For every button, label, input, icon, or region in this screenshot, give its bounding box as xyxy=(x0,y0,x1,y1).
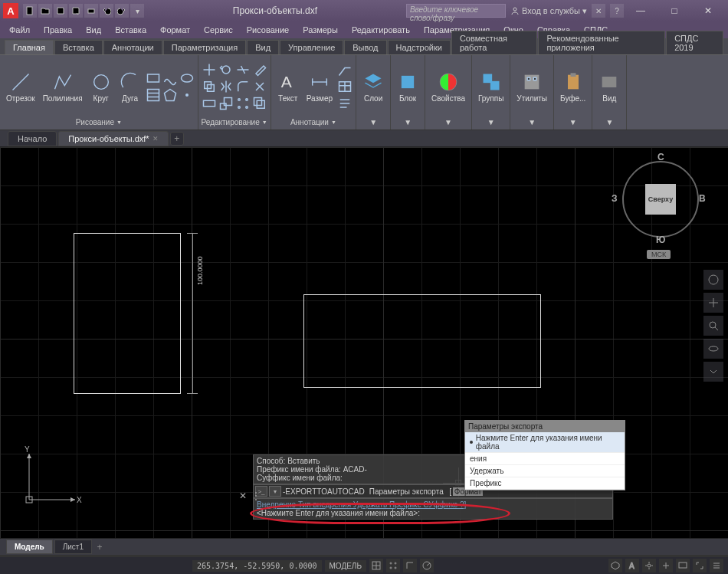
arc-button[interactable]: Дуга xyxy=(116,70,144,104)
qat-redo-icon[interactable] xyxy=(115,4,129,18)
qat-saveas-icon[interactable] xyxy=(69,4,83,18)
status-anno-icon[interactable]: A xyxy=(625,559,639,572)
mirror-icon[interactable] xyxy=(218,79,234,94)
tab-addins[interactable]: Надстройки xyxy=(388,40,451,54)
status-grid-icon[interactable] xyxy=(369,559,383,572)
filetab-start[interactable]: Начало xyxy=(8,131,57,146)
nav-wheel-icon[interactable] xyxy=(703,270,723,290)
login-link[interactable]: Вход в службы ▾ xyxy=(510,6,587,16)
copy-icon[interactable] xyxy=(202,79,217,94)
spline-icon[interactable] xyxy=(162,71,178,86)
move-icon[interactable] xyxy=(202,62,217,77)
viewcube-south[interactable]: Ю xyxy=(656,235,665,245)
status-customize-icon[interactable] xyxy=(710,559,723,572)
ellipse-icon[interactable] xyxy=(179,71,195,86)
menu-dimension[interactable]: Размеры xyxy=(297,24,344,36)
autocomplete-row[interactable]: Удержать xyxy=(465,465,625,477)
viewcube-top-face[interactable]: Сверху xyxy=(645,184,676,215)
props-button[interactable]: Свойства xyxy=(428,70,468,104)
cmd-handle-icon[interactable]: ⋮ xyxy=(251,490,261,501)
tab-view[interactable]: Вид xyxy=(247,40,279,54)
status-iso-icon[interactable] xyxy=(608,559,622,572)
menu-view[interactable]: Вид xyxy=(80,24,107,36)
view-button[interactable]: Вид xyxy=(595,70,623,104)
explode-icon[interactable] xyxy=(252,79,267,94)
menu-modify[interactable]: Редактировать xyxy=(346,24,416,36)
tab-home[interactable]: Главная xyxy=(5,40,54,54)
dimension-button[interactable]: Размер xyxy=(303,70,336,104)
tab-spds[interactable]: СПДС 2019 xyxy=(666,31,723,54)
viewcube-wcs[interactable]: МСК xyxy=(647,250,671,259)
autocomplete-row[interactable]: Префикс xyxy=(465,477,625,490)
menu-file[interactable]: Файл xyxy=(3,24,36,36)
drawing-canvas[interactable]: 100.0000 X Y Сверху С Ю З В МСК Спосо xyxy=(0,147,728,538)
mtext-icon[interactable] xyxy=(337,96,353,111)
status-gear-icon[interactable] xyxy=(642,559,656,572)
status-monitor-icon[interactable] xyxy=(676,559,690,572)
close-button[interactable]: ✕ xyxy=(691,0,725,21)
autocomplete-row[interactable]: Нажмите Enter для указания имени файла xyxy=(465,432,625,453)
filetab-add-button[interactable]: + xyxy=(170,132,184,146)
layout-tab-model[interactable]: Модель xyxy=(6,540,53,554)
scale-icon[interactable] xyxy=(218,96,234,111)
panel-modify-title[interactable]: Редактирование▼ xyxy=(202,116,267,128)
stretch-icon[interactable] xyxy=(202,96,217,111)
offset-icon[interactable] xyxy=(252,96,267,111)
tab-annotate[interactable]: Аннотации xyxy=(103,40,162,54)
panel-draw-title[interactable]: Рисование▼ xyxy=(3,116,195,128)
qat-save-icon[interactable] xyxy=(54,4,67,18)
polygon-icon[interactable] xyxy=(162,87,178,103)
app-logo[interactable]: A xyxy=(3,3,18,18)
block-button[interactable]: Блок xyxy=(394,70,421,104)
nav-more-icon[interactable] xyxy=(703,362,723,382)
status-fullscreen-icon[interactable] xyxy=(693,559,707,572)
qat-dropdown-icon[interactable]: ▾ xyxy=(130,4,144,18)
tab-featured[interactable]: Рекомендованные приложения xyxy=(538,31,665,54)
maximize-button[interactable]: □ xyxy=(657,0,691,21)
panel-layers-title[interactable]: ▼ xyxy=(359,116,387,128)
erase-icon[interactable] xyxy=(252,62,267,77)
ucs-icon[interactable]: X Y xyxy=(21,446,83,510)
autocomplete-row[interactable]: ения xyxy=(465,453,625,465)
tab-output[interactable]: Вывод xyxy=(344,40,386,54)
menu-edit[interactable]: Правка xyxy=(38,24,78,36)
polyline-button[interactable]: Полилиния xyxy=(40,70,86,104)
qat-new-icon[interactable] xyxy=(23,4,37,18)
tab-insert[interactable]: Вставка xyxy=(54,40,103,54)
exchange-icon[interactable]: ✕ xyxy=(592,4,605,18)
layout-add-button[interactable]: + xyxy=(93,541,106,553)
panel-utils-title[interactable]: ▼ xyxy=(513,116,550,128)
text-button[interactable]: AТекст xyxy=(274,70,302,104)
qat-open-icon[interactable] xyxy=(38,4,52,18)
panel-props-title[interactable]: ▼ xyxy=(428,116,468,128)
viewcube-north[interactable]: С xyxy=(657,152,664,162)
rectangle-1[interactable] xyxy=(74,233,181,394)
minimize-button[interactable]: — xyxy=(624,0,657,21)
status-polar-icon[interactable] xyxy=(420,559,434,572)
command-dd-icon[interactable]: ▾ xyxy=(269,486,281,497)
utils-button[interactable]: Утилиты xyxy=(513,70,550,104)
help-icon[interactable]: ? xyxy=(610,4,624,18)
nav-zoom-icon[interactable] xyxy=(703,316,723,336)
panel-view-title[interactable]: ▼ xyxy=(595,116,623,128)
status-snap-icon[interactable] xyxy=(386,559,400,572)
rect-icon[interactable] xyxy=(146,71,161,86)
menu-draw[interactable]: Рисование xyxy=(241,24,295,36)
menu-tools[interactable]: Сервис xyxy=(198,24,239,36)
search-input[interactable]: Введите ключевое слово/фразу xyxy=(406,4,506,18)
filetab-close-icon[interactable]: ✕ xyxy=(152,135,159,143)
panel-clipboard-title[interactable]: ▼ xyxy=(557,116,589,128)
panel-groups-title[interactable]: ▼ xyxy=(475,116,507,128)
groups-button[interactable]: Группы xyxy=(475,70,507,104)
nav-orbit-icon[interactable] xyxy=(703,339,723,359)
tab-parametric[interactable]: Параметризация xyxy=(163,40,246,54)
layout-tab-sheet[interactable]: Лист1 xyxy=(54,540,92,554)
qat-plot-icon[interactable] xyxy=(84,4,98,18)
table-icon[interactable] xyxy=(337,79,353,94)
tab-manage[interactable]: Управление xyxy=(280,40,343,54)
qat-undo-icon[interactable] xyxy=(100,4,113,18)
rectangle-2[interactable] xyxy=(303,294,541,388)
status-plus-icon[interactable] xyxy=(659,559,673,572)
panel-annotation-title[interactable]: Аннотации▼ xyxy=(274,116,353,128)
fillet-icon[interactable] xyxy=(235,79,251,94)
